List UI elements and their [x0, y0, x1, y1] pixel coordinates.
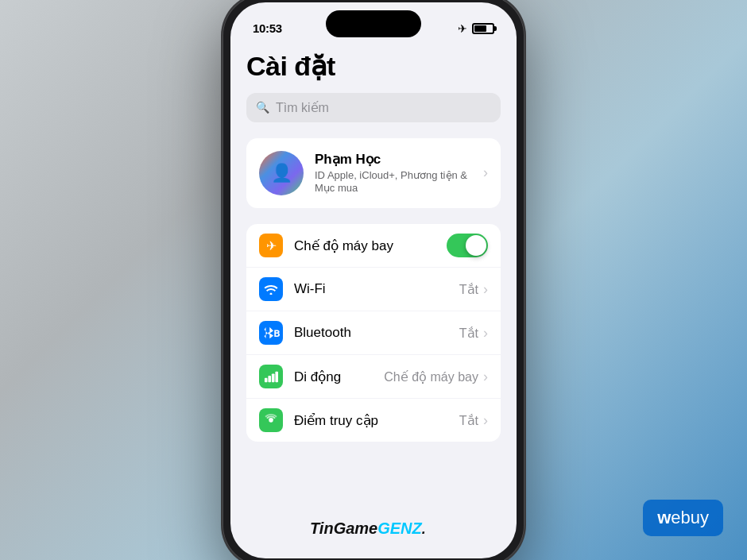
bluetooth-right: Tắt ›	[459, 325, 488, 342]
airplane-toggle[interactable]	[447, 234, 488, 257]
wifi-item[interactable]: Wi-Fi Tắt ›	[246, 268, 501, 311]
search-icon: 🔍	[256, 101, 269, 114]
hotspot-right: Tắt ›	[459, 412, 488, 429]
profile-chevron: ›	[483, 164, 488, 181]
profile-subtitle: ID Apple, iCloud+, Phương tiện & Mục mua	[315, 169, 474, 196]
profile-info: Phạm Học ID Apple, iCloud+, Phương tiện …	[315, 151, 474, 196]
airplane-toggle-right	[447, 234, 488, 257]
wifi-label: Wi-Fi	[294, 281, 459, 297]
cellular-item[interactable]: Di động Chế độ máy bay ›	[246, 355, 501, 399]
cellular-icon	[259, 365, 283, 388]
wifi-chevron: ›	[483, 281, 488, 298]
battery-icon	[472, 23, 494, 34]
svg-rect-2	[272, 374, 275, 383]
profile-card[interactable]: 👤 Phạm Học ID Apple, iCloud+, Phương tiệ…	[246, 138, 501, 209]
phone-screen: 10:53 ✈ Cài đặt 🔍 Tìm kiếm	[230, 2, 517, 558]
cellular-label: Di động	[294, 369, 384, 385]
page-title: Cài đặt	[246, 50, 501, 82]
hotspot-chevron: ›	[483, 412, 488, 429]
settings-group: ✈ Chế độ máy bay	[246, 224, 501, 442]
cellular-right: Chế độ máy bay ›	[384, 369, 488, 385]
status-bar: 10:53 ✈	[230, 2, 517, 44]
profile-left: 👤 Phạm Học ID Apple, iCloud+, Phương tiệ…	[259, 151, 474, 196]
tingame-genz-text: GENZ	[377, 519, 422, 538]
hotspot-item[interactable]: Điểm truy cập Tắt ›	[246, 399, 501, 442]
svg-rect-0	[265, 378, 268, 382]
hotspot-icon	[259, 408, 283, 432]
bluetooth-item[interactable]: ʙ Bluetooth Tắt ›	[246, 311, 501, 355]
airplane-mode-icon: ✈	[259, 234, 283, 257]
bluetooth-chevron: ›	[483, 325, 488, 342]
status-time: 10:53	[253, 21, 282, 35]
hotspot-value: Tắt	[459, 413, 478, 428]
tingamegenz-watermark: TinGame GENZ .	[310, 519, 426, 538]
settings-content: Cài đặt 🔍 Tìm kiếm 👤 Phạm Học ID Apple, …	[230, 44, 517, 558]
wifi-value: Tắt	[459, 282, 478, 297]
svg-rect-3	[275, 372, 278, 383]
avatar: 👤	[259, 151, 304, 195]
wifi-icon	[259, 277, 283, 301]
airplane-mode-label: Chế độ máy bay	[294, 238, 447, 254]
tingame-period: .	[422, 521, 426, 538]
bluetooth-value: Tắt	[459, 326, 478, 341]
bluetooth-icon: ʙ	[259, 321, 283, 345]
webuy-text: webuy	[657, 508, 709, 528]
phone-frame: 10:53 ✈ Cài đặt 🔍 Tìm kiếm	[223, 0, 524, 560]
toggle-thumb	[466, 235, 486, 256]
cellular-chevron: ›	[483, 369, 488, 385]
dynamic-island	[326, 10, 421, 37]
cellular-value: Chế độ máy bay	[384, 369, 478, 384]
search-placeholder: Tìm kiếm	[276, 100, 329, 115]
profile-name: Phạm Học	[315, 151, 474, 168]
hotspot-label: Điểm truy cập	[294, 412, 459, 429]
status-icons: ✈	[458, 22, 494, 35]
bluetooth-label: Bluetooth	[294, 325, 459, 341]
airplane-mode-icon: ✈	[458, 22, 467, 35]
wifi-right: Tắt ›	[459, 281, 488, 298]
search-bar[interactable]: 🔍 Tìm kiếm	[246, 93, 501, 122]
airplane-mode-item[interactable]: ✈ Chế độ máy bay	[246, 224, 501, 268]
tingame-text: TinGame	[310, 519, 377, 538]
phone-wrapper: 10:53 ✈ Cài đặt 🔍 Tìm kiếm	[223, 0, 524, 560]
svg-rect-1	[268, 376, 271, 382]
webuy-watermark: webuy	[643, 500, 723, 536]
